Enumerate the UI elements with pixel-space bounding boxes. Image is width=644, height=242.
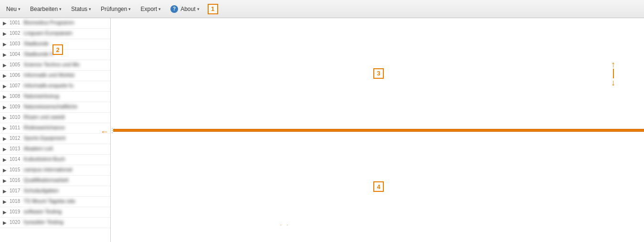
item-title: Risam und zweidi — [24, 114, 65, 120]
status-chevron: ▾ — [89, 7, 91, 11]
item-title: campus international — [24, 167, 73, 172]
status-label: Status — [71, 6, 87, 12]
item-title: Stadkunde II — [24, 51, 53, 57]
item-content: 1008 Naturwerkzeug — [10, 93, 108, 99]
sidebar-item[interactable]: ▶ 1013 Akadem Leit — [0, 144, 110, 155]
expand-arrow-icon: ▶ — [3, 73, 8, 78]
item-content: 1009 Naturwissenschaftliche — [10, 103, 108, 110]
status-menu[interactable]: Status ▾ — [67, 3, 95, 15]
expand-arrow-icon: ▶ — [3, 199, 8, 204]
about-menu[interactable]: ? About ▾ — [166, 3, 203, 15]
item-content: 1016 Qualifikationsarbeit — [10, 177, 108, 183]
bearbeiten-chevron: ▾ — [59, 7, 62, 11]
sidebar-item[interactable]: ▶ 1001 Biomedica Programm — [0, 18, 110, 29]
pruefungen-menu[interactable]: Prüfungen ▾ — [96, 3, 135, 15]
sidebar-item[interactable]: ▶ 1020 hyraukler Testing — [0, 218, 110, 228]
item-title: TS Mount Tagoba sda — [24, 198, 75, 204]
neu-chevron: ▾ — [18, 7, 21, 11]
expand-arrow-icon: ▶ — [3, 63, 8, 68]
bearbeiten-menu[interactable]: Bearbeiten ▾ — [26, 3, 66, 15]
item-id: 1018 — [10, 199, 20, 204]
sidebar-item[interactable]: ▶ 1002 Linguam Europaeam — [0, 29, 110, 39]
help-icon: ? — [170, 5, 178, 13]
about-chevron: ▾ — [197, 7, 200, 11]
expand-arrow-icon: ▶ — [3, 178, 8, 183]
item-title: Naturwerkzeug — [24, 93, 59, 99]
expand-arrow-icon: ▶ — [3, 31, 8, 36]
item-content: 1019 software Testing — [10, 208, 108, 215]
item-content: 1002 Linguam Europaeam — [10, 30, 108, 36]
item-content: 1015 campus international — [10, 166, 108, 173]
expand-arrow-icon: ▶ — [3, 210, 8, 215]
expand-arrow-icon: ▶ — [3, 84, 8, 89]
item-id: 1016 — [10, 178, 20, 183]
item-title: hyraukler Testing — [24, 219, 63, 225]
expand-arrow-icon: ▶ — [3, 105, 8, 110]
item-content: 1010 Risam und zweidi — [10, 114, 108, 120]
down-arrow-icon: ↓ — [611, 78, 615, 87]
bearbeiten-label: Bearbeiten — [30, 6, 58, 12]
item-id: 1020 — [10, 220, 20, 225]
item-id: 1008 — [10, 94, 20, 99]
item-content: 1014 Kulturbistrot Buch — [10, 156, 108, 162]
item-id: 1003 — [10, 41, 20, 46]
dots-indicator: · · — [280, 222, 290, 228]
item-title: Informatik-enquete fu — [24, 83, 74, 88]
sidebar-item[interactable]: ▶ 1006 Informatik und Wohlst — [0, 71, 110, 81]
sidebar-item[interactable]: ▶ 1019 software Testing — [0, 207, 110, 218]
sidebar-item[interactable]: ▶ 1010 Risam und zweidi — [0, 113, 110, 123]
pruefungen-chevron: ▾ — [128, 7, 131, 11]
item-title: Linguam Europaeam — [24, 30, 73, 36]
item-content: 1005 Science Techno und Mo — [10, 61, 108, 68]
sidebar-item[interactable]: ▶ 1015 campus international — [0, 165, 110, 176]
item-title: Stadkunde — [24, 41, 49, 46]
expand-arrow-icon: ▶ — [3, 115, 8, 120]
item-content: 1011 Risikowertchance — [10, 124, 108, 131]
sidebar-item[interactable]: ▶ 1005 Science Techno und Mo — [0, 60, 110, 71]
export-chevron: ▾ — [158, 7, 161, 11]
sidebar[interactable]: ▶ 1001 Biomedica Programm ▶ 1002 Linguam… — [0, 18, 111, 242]
expand-arrow-icon: ▶ — [3, 189, 8, 194]
annotation-4: 4 — [373, 181, 384, 192]
expand-arrow-icon: ▶ — [3, 136, 8, 141]
item-title: Biomedica Programm — [24, 20, 74, 25]
sidebar-item[interactable]: ▶ 1016 Qualifikationsarbeit — [0, 176, 110, 186]
item-content: 1013 Akadem Leit — [10, 145, 108, 152]
item-content: 1020 hyraukler Testing — [10, 219, 108, 225]
sidebar-item[interactable]: ▶ 1012 Sports Equipment — [0, 134, 110, 144]
item-title: Sports Equipment — [24, 135, 65, 141]
expand-arrow-icon: ▶ — [3, 168, 8, 173]
about-label: About — [180, 6, 195, 12]
item-title: Qualifikationsarbeit — [24, 177, 69, 183]
item-id: 1017 — [10, 188, 20, 193]
item-id: 1010 — [10, 115, 20, 120]
item-title: Akadem Leit — [24, 146, 53, 151]
item-id: 1012 — [10, 136, 20, 141]
item-id: 1001 — [10, 20, 20, 25]
sidebar-item[interactable]: ▶ 1017 Schulaufgaben — [0, 186, 110, 197]
item-title: Science Techno und Mo — [24, 62, 80, 67]
item-title: software Testing — [24, 209, 62, 214]
sidebar-item[interactable]: ▶ 1014 Kulturbistrot Buch — [0, 155, 110, 165]
expand-arrow-icon: ▶ — [3, 147, 8, 152]
expand-arrow-icon: ▶ — [3, 52, 8, 57]
sidebar-item[interactable]: ▶ 1011 Risikowertchance — [0, 123, 110, 134]
sidebar-item[interactable]: ▶ 1008 Naturwerkzeug — [0, 92, 110, 102]
sidebar-item[interactable]: ▶ 1009 Naturwissenschaftliche — [0, 102, 110, 113]
sidebar-item[interactable]: ▶ 1018 TS Mount Tagoba sda — [0, 197, 110, 207]
main-area: ▶ 1001 Biomedica Programm ▶ 1002 Linguam… — [0, 18, 644, 242]
item-id: 1019 — [10, 209, 20, 214]
item-title: Kulturbistrot Buch — [24, 156, 65, 162]
item-content: 1001 Biomedica Programm — [10, 19, 108, 26]
item-content: 1018 TS Mount Tagoba sda — [10, 198, 108, 204]
sidebar-item[interactable]: ▶ 1007 Informatik-enquete fu — [0, 81, 110, 92]
expand-arrow-icon: ▶ — [3, 42, 8, 47]
item-content: 1017 Schulaufgaben — [10, 187, 108, 194]
export-menu[interactable]: Export ▾ — [136, 3, 165, 15]
bottom-pane: 4 · · — [113, 132, 644, 242]
expand-arrow-icon: ▶ — [3, 126, 8, 131]
expand-arrow-icon: ▶ — [3, 94, 8, 99]
expand-arrow-icon: ▶ — [3, 157, 8, 162]
arrow-line — [613, 69, 614, 78]
neu-menu[interactable]: Neu ▾ — [2, 3, 25, 15]
